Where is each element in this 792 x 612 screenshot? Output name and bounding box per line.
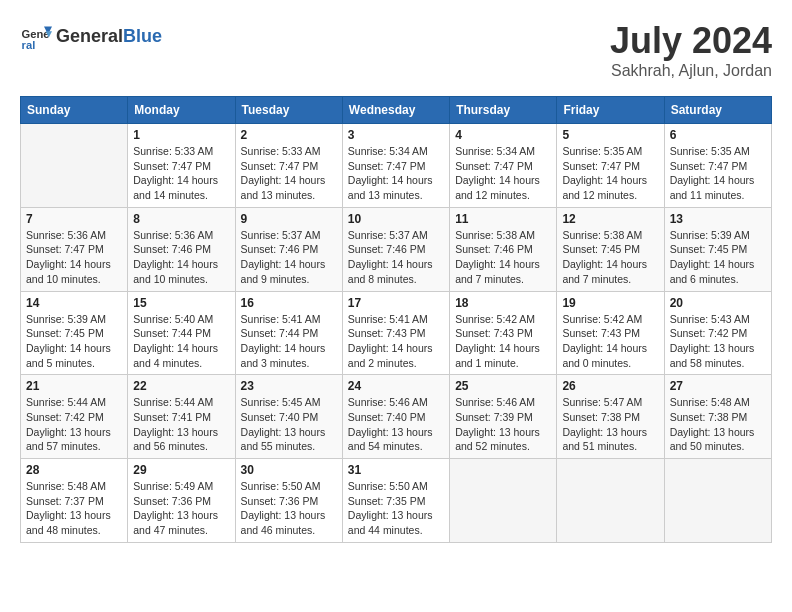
day-number: 28 [26, 463, 122, 477]
day-info: Sunrise: 5:35 AM Sunset: 7:47 PM Dayligh… [562, 144, 658, 203]
calendar-cell: 6Sunrise: 5:35 AM Sunset: 7:47 PM Daylig… [664, 124, 771, 208]
logo: Gene ral GeneralBlue [20, 20, 162, 52]
day-info: Sunrise: 5:42 AM Sunset: 7:43 PM Dayligh… [562, 312, 658, 371]
calendar-week-2: 7Sunrise: 5:36 AM Sunset: 7:47 PM Daylig… [21, 207, 772, 291]
calendar-cell: 7Sunrise: 5:36 AM Sunset: 7:47 PM Daylig… [21, 207, 128, 291]
calendar-week-5: 28Sunrise: 5:48 AM Sunset: 7:37 PM Dayli… [21, 459, 772, 543]
calendar-cell: 18Sunrise: 5:42 AM Sunset: 7:43 PM Dayli… [450, 291, 557, 375]
calendar-cell: 26Sunrise: 5:47 AM Sunset: 7:38 PM Dayli… [557, 375, 664, 459]
day-info: Sunrise: 5:40 AM Sunset: 7:44 PM Dayligh… [133, 312, 229, 371]
day-info: Sunrise: 5:34 AM Sunset: 7:47 PM Dayligh… [348, 144, 444, 203]
day-number: 23 [241, 379, 337, 393]
weekday-header-wednesday: Wednesday [342, 97, 449, 124]
day-info: Sunrise: 5:38 AM Sunset: 7:45 PM Dayligh… [562, 228, 658, 287]
day-number: 13 [670, 212, 766, 226]
day-info: Sunrise: 5:49 AM Sunset: 7:36 PM Dayligh… [133, 479, 229, 538]
day-number: 1 [133, 128, 229, 142]
calendar-cell: 3Sunrise: 5:34 AM Sunset: 7:47 PM Daylig… [342, 124, 449, 208]
day-info: Sunrise: 5:48 AM Sunset: 7:38 PM Dayligh… [670, 395, 766, 454]
calendar-cell: 30Sunrise: 5:50 AM Sunset: 7:36 PM Dayli… [235, 459, 342, 543]
weekday-header-friday: Friday [557, 97, 664, 124]
calendar-cell: 17Sunrise: 5:41 AM Sunset: 7:43 PM Dayli… [342, 291, 449, 375]
weekday-header-tuesday: Tuesday [235, 97, 342, 124]
day-info: Sunrise: 5:37 AM Sunset: 7:46 PM Dayligh… [348, 228, 444, 287]
day-number: 21 [26, 379, 122, 393]
day-number: 22 [133, 379, 229, 393]
day-number: 20 [670, 296, 766, 310]
logo-icon: Gene ral [20, 20, 52, 52]
day-number: 19 [562, 296, 658, 310]
day-number: 29 [133, 463, 229, 477]
month-title: July 2024 [610, 20, 772, 62]
day-number: 3 [348, 128, 444, 142]
day-number: 7 [26, 212, 122, 226]
day-number: 5 [562, 128, 658, 142]
calendar-cell [450, 459, 557, 543]
day-number: 11 [455, 212, 551, 226]
day-info: Sunrise: 5:47 AM Sunset: 7:38 PM Dayligh… [562, 395, 658, 454]
calendar-cell: 21Sunrise: 5:44 AM Sunset: 7:42 PM Dayli… [21, 375, 128, 459]
day-info: Sunrise: 5:48 AM Sunset: 7:37 PM Dayligh… [26, 479, 122, 538]
weekday-header-thursday: Thursday [450, 97, 557, 124]
day-info: Sunrise: 5:45 AM Sunset: 7:40 PM Dayligh… [241, 395, 337, 454]
day-number: 26 [562, 379, 658, 393]
calendar-cell: 9Sunrise: 5:37 AM Sunset: 7:46 PM Daylig… [235, 207, 342, 291]
day-info: Sunrise: 5:42 AM Sunset: 7:43 PM Dayligh… [455, 312, 551, 371]
calendar-cell: 8Sunrise: 5:36 AM Sunset: 7:46 PM Daylig… [128, 207, 235, 291]
calendar-cell: 1Sunrise: 5:33 AM Sunset: 7:47 PM Daylig… [128, 124, 235, 208]
day-number: 16 [241, 296, 337, 310]
page-header: Gene ral GeneralBlue July 2024 Sakhrah, … [20, 20, 772, 80]
calendar-week-4: 21Sunrise: 5:44 AM Sunset: 7:42 PM Dayli… [21, 375, 772, 459]
day-info: Sunrise: 5:43 AM Sunset: 7:42 PM Dayligh… [670, 312, 766, 371]
calendar-cell: 14Sunrise: 5:39 AM Sunset: 7:45 PM Dayli… [21, 291, 128, 375]
calendar-cell: 13Sunrise: 5:39 AM Sunset: 7:45 PM Dayli… [664, 207, 771, 291]
day-info: Sunrise: 5:36 AM Sunset: 7:46 PM Dayligh… [133, 228, 229, 287]
calendar-cell: 20Sunrise: 5:43 AM Sunset: 7:42 PM Dayli… [664, 291, 771, 375]
day-number: 10 [348, 212, 444, 226]
day-number: 12 [562, 212, 658, 226]
calendar-cell: 25Sunrise: 5:46 AM Sunset: 7:39 PM Dayli… [450, 375, 557, 459]
calendar-table: SundayMondayTuesdayWednesdayThursdayFrid… [20, 96, 772, 543]
day-number: 14 [26, 296, 122, 310]
svg-text:ral: ral [22, 39, 36, 51]
weekday-header-saturday: Saturday [664, 97, 771, 124]
day-info: Sunrise: 5:37 AM Sunset: 7:46 PM Dayligh… [241, 228, 337, 287]
calendar-cell: 11Sunrise: 5:38 AM Sunset: 7:46 PM Dayli… [450, 207, 557, 291]
day-info: Sunrise: 5:41 AM Sunset: 7:43 PM Dayligh… [348, 312, 444, 371]
calendar-cell [557, 459, 664, 543]
day-info: Sunrise: 5:34 AM Sunset: 7:47 PM Dayligh… [455, 144, 551, 203]
day-number: 6 [670, 128, 766, 142]
calendar-cell: 12Sunrise: 5:38 AM Sunset: 7:45 PM Dayli… [557, 207, 664, 291]
calendar-cell: 5Sunrise: 5:35 AM Sunset: 7:47 PM Daylig… [557, 124, 664, 208]
day-number: 27 [670, 379, 766, 393]
day-number: 17 [348, 296, 444, 310]
calendar-cell: 24Sunrise: 5:46 AM Sunset: 7:40 PM Dayli… [342, 375, 449, 459]
day-info: Sunrise: 5:39 AM Sunset: 7:45 PM Dayligh… [26, 312, 122, 371]
day-info: Sunrise: 5:33 AM Sunset: 7:47 PM Dayligh… [133, 144, 229, 203]
day-info: Sunrise: 5:46 AM Sunset: 7:40 PM Dayligh… [348, 395, 444, 454]
day-info: Sunrise: 5:44 AM Sunset: 7:41 PM Dayligh… [133, 395, 229, 454]
logo-blue-text: Blue [123, 26, 162, 47]
day-number: 8 [133, 212, 229, 226]
calendar-cell: 28Sunrise: 5:48 AM Sunset: 7:37 PM Dayli… [21, 459, 128, 543]
calendar-cell: 23Sunrise: 5:45 AM Sunset: 7:40 PM Dayli… [235, 375, 342, 459]
day-info: Sunrise: 5:50 AM Sunset: 7:35 PM Dayligh… [348, 479, 444, 538]
weekday-header-row: SundayMondayTuesdayWednesdayThursdayFrid… [21, 97, 772, 124]
calendar-cell: 19Sunrise: 5:42 AM Sunset: 7:43 PM Dayli… [557, 291, 664, 375]
calendar-week-1: 1Sunrise: 5:33 AM Sunset: 7:47 PM Daylig… [21, 124, 772, 208]
day-info: Sunrise: 5:44 AM Sunset: 7:42 PM Dayligh… [26, 395, 122, 454]
location-title: Sakhrah, Ajlun, Jordan [610, 62, 772, 80]
calendar-cell [21, 124, 128, 208]
weekday-header-sunday: Sunday [21, 97, 128, 124]
calendar-cell [664, 459, 771, 543]
weekday-header-monday: Monday [128, 97, 235, 124]
day-number: 24 [348, 379, 444, 393]
calendar-cell: 4Sunrise: 5:34 AM Sunset: 7:47 PM Daylig… [450, 124, 557, 208]
calendar-cell: 27Sunrise: 5:48 AM Sunset: 7:38 PM Dayli… [664, 375, 771, 459]
day-number: 2 [241, 128, 337, 142]
calendar-cell: 10Sunrise: 5:37 AM Sunset: 7:46 PM Dayli… [342, 207, 449, 291]
day-info: Sunrise: 5:39 AM Sunset: 7:45 PM Dayligh… [670, 228, 766, 287]
day-number: 4 [455, 128, 551, 142]
day-number: 15 [133, 296, 229, 310]
calendar-cell: 16Sunrise: 5:41 AM Sunset: 7:44 PM Dayli… [235, 291, 342, 375]
